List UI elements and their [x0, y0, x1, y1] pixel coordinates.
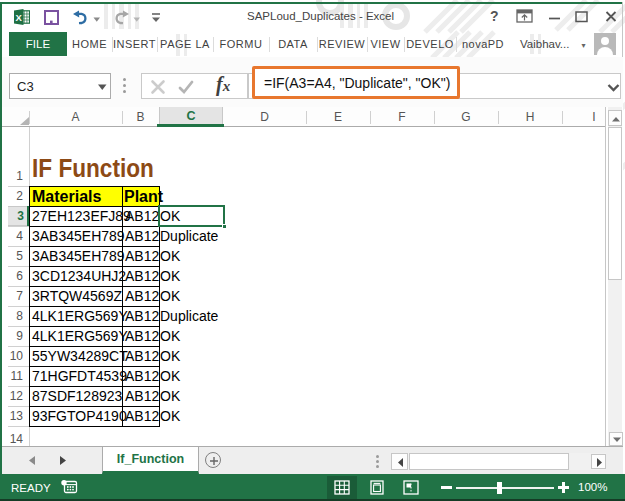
svg-text:X: X	[15, 12, 22, 23]
